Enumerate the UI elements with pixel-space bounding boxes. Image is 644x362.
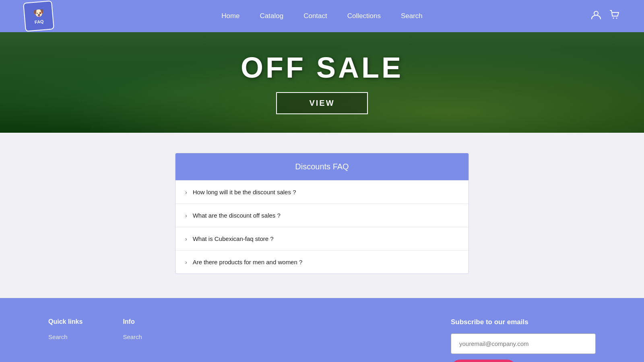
- faq-question-4: Are there products for men and women ?: [193, 259, 303, 265]
- faq-container: Discounts FAQ › How long will it be the …: [175, 153, 469, 274]
- info-title: Info: [123, 318, 142, 325]
- nav-home[interactable]: Home: [221, 12, 239, 20]
- nav-collections[interactable]: Collections: [347, 12, 381, 20]
- nav-search[interactable]: Search: [401, 12, 423, 20]
- account-icon[interactable]: [591, 10, 601, 23]
- quick-links-title: Quick links: [48, 318, 83, 325]
- hero-banner: OFF SALE VIEW: [0, 32, 644, 133]
- footer: Quick links Search Info Search Subscribe…: [0, 298, 644, 362]
- quick-link-search[interactable]: Search: [48, 333, 83, 340]
- hero-content: OFF SALE VIEW: [241, 51, 403, 114]
- email-input[interactable]: [451, 333, 596, 354]
- faq-header: Discounts FAQ: [175, 153, 469, 180]
- logo-text: FAQ: [34, 19, 44, 25]
- faq-question-1: How long will it be the discount sales ?: [193, 189, 296, 195]
- subscribe-title: Subscribe to our emails: [451, 318, 596, 326]
- footer-quick-links: Quick links Search: [48, 318, 83, 362]
- nav-catalog[interactable]: Catalog: [260, 12, 284, 20]
- faq-item-1[interactable]: › How long will it be the discount sales…: [175, 180, 469, 204]
- footer-subscribe-section: Subscribe to our emails Subscribe → Shar…: [451, 318, 596, 362]
- faq-question-3: What is Cubexican-faq store ?: [193, 235, 274, 242]
- svg-point-2: [616, 18, 617, 19]
- info-link-search[interactable]: Search: [123, 333, 142, 340]
- hero-title: OFF SALE: [241, 51, 403, 84]
- chevron-icon-4: ›: [185, 259, 187, 265]
- view-button[interactable]: VIEW: [276, 92, 367, 114]
- subscribe-button[interactable]: Subscribe →: [451, 360, 516, 362]
- main-content: Discounts FAQ › How long will it be the …: [0, 133, 644, 298]
- svg-point-1: [613, 18, 614, 19]
- faq-item-2[interactable]: › What are the discount off sales ?: [175, 204, 469, 227]
- logo-icon: 🐶: [33, 8, 44, 19]
- faq-question-2: What are the discount off sales ?: [193, 212, 281, 219]
- main-nav: Home Catalog Contact Collections Search: [221, 12, 423, 20]
- header-icons: [591, 10, 620, 23]
- svg-point-0: [594, 11, 598, 15]
- faq-item-4[interactable]: › Are there products for men and women ?: [175, 250, 469, 274]
- chevron-icon-2: ›: [185, 212, 187, 219]
- chevron-icon-1: ›: [185, 189, 187, 195]
- logo[interactable]: 🐶 FAQ: [23, 0, 54, 32]
- footer-info: Info Search: [123, 318, 142, 362]
- faq-item-3[interactable]: › What is Cubexican-faq store ?: [175, 227, 469, 250]
- header: 🐶 FAQ Home Catalog Contact Collections S…: [0, 0, 644, 32]
- cart-icon[interactable]: [609, 10, 620, 23]
- nav-contact[interactable]: Contact: [303, 12, 327, 20]
- chevron-icon-3: ›: [185, 236, 187, 242]
